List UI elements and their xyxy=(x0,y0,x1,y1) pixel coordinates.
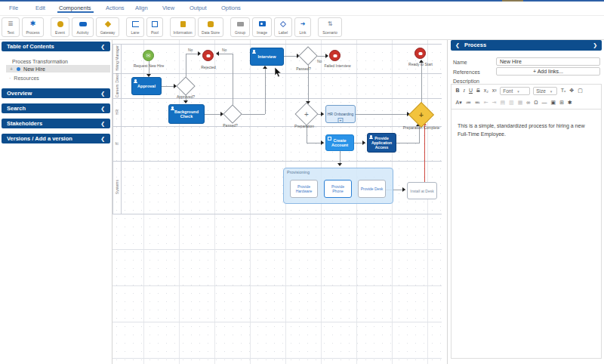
gateway-preparation[interactable] xyxy=(294,102,318,125)
chevron-left-icon: ❮ xyxy=(100,103,105,113)
task-provide-hardware[interactable]: Provide Hardware xyxy=(290,180,318,198)
link-icon[interactable]: ∞ xyxy=(526,98,530,107)
event-failed-interview[interactable] xyxy=(329,50,341,61)
align-right-icon[interactable]: ▦ xyxy=(518,98,523,107)
clear-format-icon[interactable]: Tₓ xyxy=(561,86,566,95)
expander-icon[interactable]: + xyxy=(10,66,13,72)
underline-icon[interactable]: U xyxy=(469,86,473,95)
tool-link[interactable]: Link xyxy=(294,17,311,37)
toc-root-item[interactable]: Process Transformation xyxy=(12,59,68,64)
tool-image[interactable]: Image xyxy=(252,17,272,37)
special-char-icon[interactable]: Ω xyxy=(534,98,538,107)
text-color-icon[interactable]: A▾ xyxy=(456,98,462,107)
toc-item-resources[interactable]: ·Resources xyxy=(9,76,39,81)
toc-item-new-hire[interactable]: + New Hire xyxy=(6,65,110,72)
add-links-button[interactable]: + Add links... xyxy=(496,67,600,76)
edge-install-to-prepcomplete-selected[interactable] xyxy=(424,125,425,182)
name-input[interactable] xyxy=(496,57,600,66)
section-versions[interactable]: Versions / Add a version ❮ xyxy=(2,134,110,143)
edge-approved-no-v[interactable] xyxy=(186,54,186,79)
insert-table-icon[interactable]: ⊞ xyxy=(559,98,564,107)
description-editor[interactable]: This is a simple, standardized process f… xyxy=(451,110,602,359)
superscript-icon[interactable]: x² xyxy=(492,86,497,95)
event-request-new-hire[interactable] xyxy=(143,50,154,61)
menu-components[interactable]: Components xyxy=(59,5,91,11)
italic-icon[interactable]: I xyxy=(464,86,465,95)
gateway-passed-top[interactable] xyxy=(298,46,317,65)
lane-systems[interactable]: Systems xyxy=(112,161,122,214)
section-overview[interactable]: Overview ❮ xyxy=(2,88,110,98)
indent-icon[interactable]: ⇥ xyxy=(492,98,497,107)
panel-title: Process xyxy=(464,42,486,48)
task-install-at-desk[interactable]: Install at Desk xyxy=(407,182,437,199)
edge-passedhr-yes-h[interactable] xyxy=(240,114,265,115)
insert-image-icon[interactable]: ▣ xyxy=(551,98,556,107)
gateway-passed-hr[interactable] xyxy=(223,104,242,123)
gateway-preparation-complete[interactable] xyxy=(408,102,434,128)
menu-output[interactable]: Output xyxy=(190,5,207,11)
event-ready-to-start[interactable] xyxy=(414,48,426,59)
edge-passedhr-no-v[interactable] xyxy=(233,54,233,106)
menu-options[interactable]: Options xyxy=(221,5,241,11)
settings-gear-icon[interactable]: ✱ xyxy=(568,98,572,107)
font-select[interactable]: Font▾ xyxy=(500,87,530,95)
edge-passedhr-no-h[interactable] xyxy=(218,54,233,54)
subprocess-hr-onboarding[interactable]: HR Onboarding xyxy=(325,105,356,123)
diagram-canvas[interactable]: Hiring Manager Careers Direct HR IT Syst… xyxy=(112,40,447,364)
chevron-left-icon[interactable]: ❮ xyxy=(455,40,460,51)
task-provide-desk[interactable]: Provide Desk xyxy=(358,180,386,198)
ordered-list-icon[interactable]: ≔ xyxy=(466,98,471,107)
tool-event[interactable]: Event xyxy=(51,17,69,37)
menu-align[interactable]: Align xyxy=(135,5,148,11)
subscript-icon[interactable]: x₂ xyxy=(484,86,488,95)
outdent-icon[interactable]: ⇤ xyxy=(484,98,488,107)
chevron-right-icon[interactable]: ❯ xyxy=(593,40,597,51)
lane-it[interactable]: IT xyxy=(112,126,122,161)
toc-header[interactable]: Table of Contents ❮ xyxy=(2,42,110,51)
edge-appaccess-to-prepcomplete-h[interactable] xyxy=(396,143,420,143)
tool-group[interactable]: Group xyxy=(230,17,250,37)
edge-passedhr-yes-v[interactable] xyxy=(265,67,266,114)
tool-data-store[interactable]: Data Store xyxy=(198,17,223,37)
activity-create-account[interactable]: Create Account xyxy=(325,134,354,151)
size-select[interactable]: Size▾ xyxy=(533,87,557,95)
gateway-icon xyxy=(104,20,110,26)
menu-view[interactable]: View xyxy=(162,5,174,11)
tool-gateway[interactable]: Gateway xyxy=(96,17,119,37)
task-provide-phone[interactable]: Provide Phone xyxy=(324,180,352,198)
event-rejected[interactable] xyxy=(202,50,214,61)
activity-provide-application-access[interactable]: Provide Application Access xyxy=(367,133,396,153)
tool-process[interactable]: Process xyxy=(22,17,44,37)
bullet-list-icon[interactable]: ≕ xyxy=(475,98,480,107)
section-search[interactable]: Search ❮ xyxy=(2,103,110,113)
strikethrough-icon[interactable]: S xyxy=(476,86,480,95)
activity-background-check[interactable]: Background Check xyxy=(168,104,205,124)
menu-edit[interactable]: Edit xyxy=(35,5,45,11)
tool-activity[interactable]: Activity xyxy=(72,17,94,37)
tool-pool[interactable]: Pool xyxy=(146,17,163,37)
panel-header[interactable]: ❮ ❯ Process xyxy=(451,40,602,51)
activity-interview[interactable]: Interview xyxy=(250,48,284,66)
maximize-icon[interactable]: ✥ xyxy=(569,86,574,95)
tool-information[interactable]: Information xyxy=(170,17,196,37)
gateway-approved[interactable] xyxy=(176,76,195,95)
align-left-icon[interactable]: ▤ xyxy=(500,98,505,107)
tool-lane[interactable]: Lane xyxy=(126,17,144,37)
bold-icon[interactable]: B xyxy=(456,86,460,95)
align-center-icon[interactable]: ▥ xyxy=(509,98,514,107)
tool-text[interactable]: Text xyxy=(2,17,20,37)
menu-actions[interactable]: Actions xyxy=(106,5,125,11)
lane-hr[interactable]: HR xyxy=(112,98,122,126)
activity-approval[interactable]: Approval xyxy=(131,77,162,95)
edge-onboarding-to-prepcomplete[interactable] xyxy=(356,114,410,115)
edge-prepcomplete-to-ready[interactable] xyxy=(421,61,422,105)
section-stakeholders[interactable]: Stakeholders ❮ xyxy=(2,119,110,128)
chevron-left-icon[interactable]: ❮ xyxy=(100,42,105,51)
menu-file[interactable]: File xyxy=(9,5,18,11)
tool-scenario[interactable]: Scenario xyxy=(318,17,342,37)
horizontal-rule-icon[interactable]: — xyxy=(542,98,547,107)
source-icon[interactable]: ▢ xyxy=(578,86,583,95)
tool-label[interactable]: Label xyxy=(274,17,292,37)
lane-careers-direct[interactable]: Careers Direct xyxy=(112,73,122,98)
lane-hiring-manager[interactable]: Hiring Manager xyxy=(112,44,122,73)
